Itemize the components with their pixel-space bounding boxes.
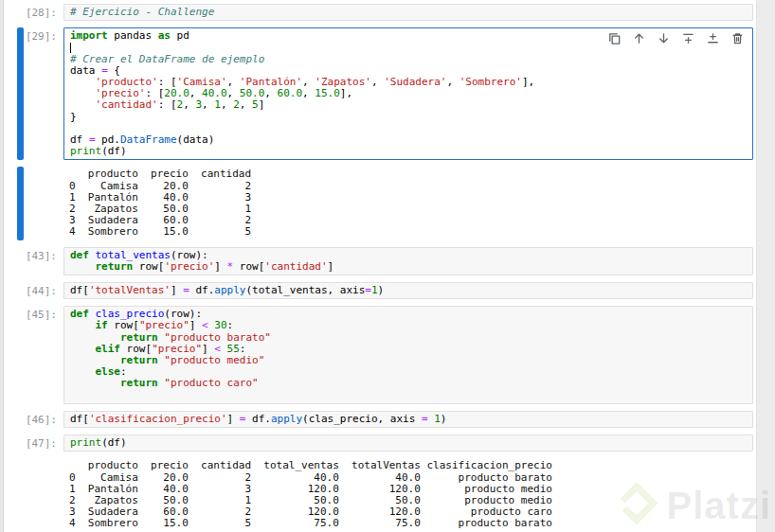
syntax-token: (df)	[101, 436, 127, 449]
code-line: return row['precio'] * row['cantidad']	[70, 261, 747, 273]
syntax-token: return	[120, 354, 158, 366]
syntax-token: ,	[221, 98, 233, 111]
syntax-token: =	[365, 284, 371, 296]
syntax-token: :	[240, 343, 246, 355]
insert-cell-above-button[interactable]	[680, 30, 695, 45]
syntax-token: # Ejercicio - Challenge	[70, 6, 214, 18]
syntax-token: ]	[259, 98, 265, 111]
syntax-token: {	[108, 64, 120, 77]
output-prompt	[24, 458, 63, 531]
syntax-token	[70, 331, 120, 344]
syntax-token: (total_ventas, axis	[245, 284, 365, 296]
syntax-token: df	[70, 133, 89, 146]
syntax-token: import	[70, 29, 108, 42]
code-line: df = pd.DataFrame(data)	[70, 134, 747, 146]
cell-input-editor[interactable]: df['clasificacion_precio'] = df.apply(cl…	[63, 411, 753, 428]
cell-input-editor[interactable]: print(df)	[63, 434, 753, 452]
syntax-token: pandas	[108, 29, 158, 42]
syntax-token: 2	[233, 98, 240, 111]
duplicate-cell-button[interactable]	[606, 30, 622, 45]
syntax-token: return	[120, 331, 158, 344]
cell-input-collapser[interactable]	[17, 306, 24, 404]
syntax-token: return	[120, 377, 158, 389]
syntax-token: ,	[446, 76, 459, 88]
syntax-token: DataFrame	[120, 133, 177, 146]
cell-input-editor[interactable]: df['totalVentas'] = df.apply(total_venta…	[63, 282, 753, 299]
cell-output-text: producto precio cantidad total_ventas to…	[63, 458, 753, 531]
trash-icon	[730, 31, 745, 45]
syntax-token: def	[70, 249, 89, 261]
output-prompt	[24, 167, 63, 239]
syntax-token: "producto medio"	[164, 354, 264, 366]
syntax-token	[70, 87, 96, 99]
cell-input-editor[interactable]: import pandas as pd# Crear el DataFrame …	[63, 27, 753, 160]
syntax-token: ]	[171, 284, 183, 296]
syntax-token	[89, 249, 96, 261]
syntax-token: "producto caro"	[164, 377, 258, 389]
syntax-token: (df)	[101, 145, 127, 157]
syntax-token: 'producto'	[96, 76, 158, 88]
code-cell: [29]:import pandas as pd# Crear el DataF…	[5, 27, 753, 160]
cell-input-editor[interactable]: def total_ventas(row): return row['preci…	[63, 247, 753, 275]
cell-input-editor[interactable]: # Ejercicio - Challenge	[63, 4, 753, 21]
cell-execution-prompt: [47]:	[24, 434, 63, 452]
code-cell: [45]:def clas_precio(row): if row["preci…	[5, 306, 753, 404]
cell-input-collapser[interactable]	[17, 247, 24, 275]
syntax-token	[70, 76, 96, 88]
cell-output-collapser[interactable]	[17, 167, 24, 239]
code-cell: [47]:print(df)	[5, 434, 753, 452]
syntax-token: 50.0	[240, 87, 265, 99]
syntax-token: 30	[214, 319, 226, 331]
syntax-token: 55	[227, 343, 240, 355]
cell-input-collapser[interactable]	[17, 282, 24, 299]
right-scrollbar-track[interactable]	[756, 0, 775, 532]
code-cell: [46]:df['clasificacion_precio'] = df.app…	[5, 411, 753, 428]
code-line: # Ejercicio - Challenge	[70, 7, 747, 18]
syntax-token: if	[96, 319, 108, 331]
syntax-token: : [	[158, 98, 177, 111]
syntax-token: # Crear el DataFrame de ejemplo	[70, 53, 264, 65]
cell-input-editor[interactable]: def clas_precio(row): if row["precio"] <…	[63, 306, 753, 404]
code-line: df['clasificacion_precio'] = df.apply(cl…	[70, 414, 747, 425]
cell-execution-prompt: [44]:	[24, 282, 63, 299]
syntax-token: 'Zapatos'	[315, 76, 371, 88]
cell-output-collapser[interactable]	[17, 458, 24, 531]
syntax-token: =	[89, 133, 96, 146]
syntax-token: print	[70, 436, 101, 449]
syntax-token: (row):	[171, 249, 208, 261]
syntax-token: ]	[189, 319, 202, 331]
insert-cell-below-button[interactable]	[705, 30, 720, 45]
cell-input-collapser[interactable]	[17, 411, 24, 428]
syntax-token: "producto barato"	[164, 331, 271, 344]
syntax-token: 'Camisa'	[177, 76, 227, 88]
cell-output-area: producto precio cantidad total_ventas to…	[5, 458, 753, 531]
code-cell: [28]:# Ejercicio - Challenge	[5, 4, 753, 21]
code-line: df['totalVentas'] = df.apply(total_venta…	[70, 285, 747, 296]
syntax-token: 5	[252, 98, 259, 111]
cell-execution-prompt: [43]:	[24, 247, 63, 275]
syntax-token	[70, 377, 120, 389]
syntax-token: ]	[227, 413, 240, 425]
move-cell-up-button[interactable]	[631, 30, 646, 45]
cell-input-collapser[interactable]	[17, 4, 24, 21]
cell-output-area: producto precio cantidad 0 Camisa 20.0 2…	[5, 167, 753, 239]
syntax-token: ,	[202, 98, 214, 111]
cell-input-collapser[interactable]	[17, 27, 24, 160]
syntax-token	[221, 343, 227, 355]
syntax-token: ]	[328, 260, 334, 273]
syntax-token: ,	[302, 87, 315, 99]
syntax-token: :	[120, 365, 127, 378]
syntax-token: =	[183, 284, 189, 296]
delete-cell-button[interactable]	[730, 30, 745, 45]
syntax-token	[70, 98, 96, 111]
cell-input-collapser[interactable]	[17, 434, 24, 452]
syntax-token: clas_precio	[96, 308, 165, 320]
syntax-token: 'cantidad'	[264, 260, 327, 273]
syntax-token: )	[441, 413, 447, 425]
syntax-token: elif	[96, 343, 121, 355]
syntax-token: 20.0	[164, 87, 189, 99]
syntax-token: 'totalVentas'	[89, 284, 171, 296]
syntax-token: 'Sombrero'	[460, 76, 522, 88]
syntax-token: 40.0	[202, 87, 227, 99]
move-cell-down-button[interactable]	[656, 30, 671, 45]
